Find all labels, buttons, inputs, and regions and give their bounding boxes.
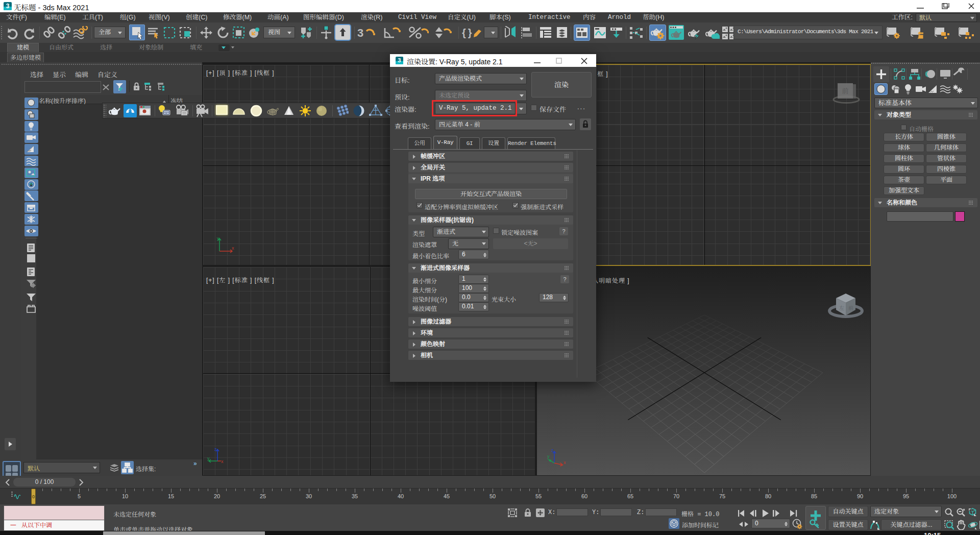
svg-text:x: x — [564, 460, 566, 465]
svg-text:左: 左 — [839, 304, 844, 311]
svg-text:z: z — [214, 447, 217, 452]
svg-text:3: 3 — [398, 57, 401, 63]
svg-text:y: y — [217, 236, 219, 241]
svg-text:3: 3 — [6, 3, 10, 10]
svg-text:前: 前 — [842, 86, 848, 95]
svg-text:x: x — [232, 246, 234, 251]
svg-text:z: z — [551, 448, 554, 453]
svg-text:x: x — [221, 459, 224, 464]
svg-text:3: 3 — [357, 27, 363, 39]
svg-text:y: y — [207, 456, 210, 461]
svg-text:前: 前 — [848, 304, 853, 311]
svg-text:y: y — [547, 454, 550, 459]
svg-text:{ }: { } — [462, 27, 472, 38]
